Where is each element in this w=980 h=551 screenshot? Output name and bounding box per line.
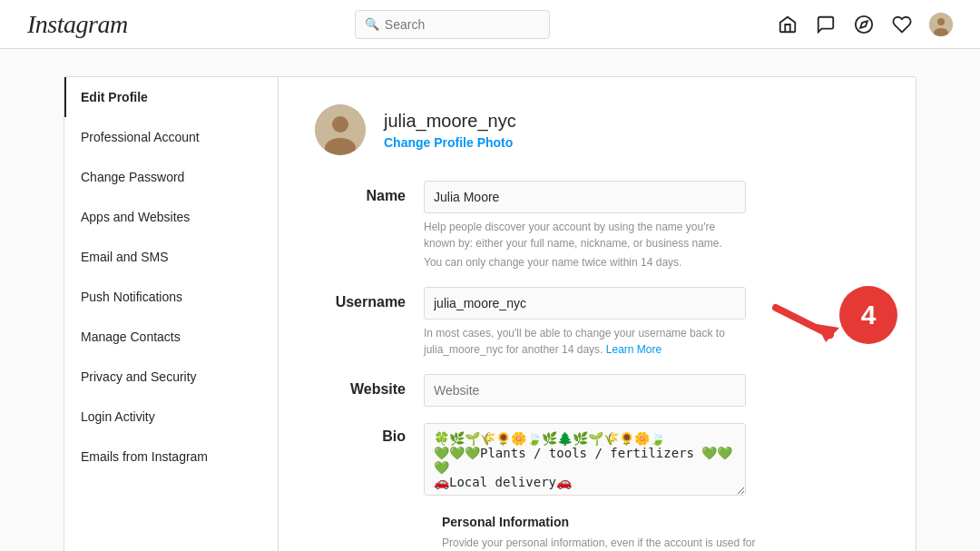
username-hint: In most cases, you'll be able to change …	[424, 325, 746, 358]
search-bar[interactable]: 🔍	[355, 10, 550, 39]
name-hint1: Help people discover your account by usi…	[424, 219, 746, 251]
profile-info: julia_moore_nyc Change Profile Photo	[384, 111, 516, 150]
username-field-wrap: In most cases, you'll be able to change …	[424, 287, 879, 358]
instagram-logo: Instagram	[27, 10, 128, 39]
bio-label: Bio	[315, 423, 424, 445]
search-input[interactable]	[385, 17, 540, 32]
name-field-wrap: Help people discover your account by usi…	[424, 181, 879, 271]
profile-header: julia_moore_nyc Change Profile Photo	[315, 104, 879, 155]
profile-username: julia_moore_nyc	[384, 111, 516, 132]
personal-info-title: Personal Information	[442, 515, 764, 529]
change-photo-link[interactable]: Change Profile Photo	[384, 135, 516, 150]
username-label: Username	[315, 287, 424, 310]
personal-info-desc: Provide your personal information, even …	[442, 535, 764, 551]
compass-icon[interactable]	[853, 14, 875, 35]
sidebar-item-apps-and-websites[interactable]: Apps and Websites	[64, 197, 278, 237]
svg-point-6	[332, 116, 348, 133]
name-field-row: Name Help people discover your account b…	[315, 181, 879, 271]
header: Instagram 🔍	[0, 0, 980, 49]
svg-point-3	[937, 18, 945, 25]
sidebar-item-privacy-and-security[interactable]: Privacy and Security	[64, 357, 278, 397]
personal-info-section: Personal Information Provide your person…	[442, 515, 764, 551]
sidebar-item-change-password[interactable]: Change Password	[64, 157, 278, 197]
svg-marker-1	[860, 21, 867, 28]
search-icon: 🔍	[365, 17, 379, 31]
settings-content: julia_moore_nyc Change Profile Photo Nam…	[279, 77, 916, 551]
bio-field-row: Bio 🍀🌿🌱🌾🌻🌼🍃🌿🌲🌿🌱🌾🌻🌼🍃 💚💚💚Plants / tools / …	[315, 423, 879, 498]
settings-sidebar: Edit Profile Professional Account Change…	[64, 77, 279, 551]
website-field-wrap	[424, 374, 879, 407]
sidebar-item-edit-profile[interactable]: Edit Profile	[64, 77, 278, 117]
sidebar-item-email-and-sms[interactable]: Email and SMS	[64, 237, 278, 277]
website-field-row: Website	[315, 374, 879, 407]
website-input[interactable]	[424, 374, 746, 407]
user-avatar[interactable]	[929, 13, 953, 36]
sidebar-item-emails-from-instagram[interactable]: Emails from Instagram	[64, 437, 278, 477]
sidebar-item-login-activity[interactable]: Login Activity	[64, 397, 278, 437]
bio-field-wrap: 🍀🌿🌱🌾🌻🌼🍃🌿🌲🌿🌱🌾🌻🌼🍃 💚💚💚Plants / tools / fert…	[424, 423, 879, 498]
website-label: Website	[315, 374, 424, 398]
sidebar-item-push-notifications[interactable]: Push Notifications	[64, 277, 278, 317]
sidebar-item-manage-contacts[interactable]: Manage Contacts	[64, 317, 278, 357]
learn-more-link[interactable]: Learn More	[606, 343, 662, 356]
main-container: Edit Profile Professional Account Change…	[0, 49, 980, 551]
name-hint2: You can only change your name twice with…	[424, 254, 746, 271]
username-input[interactable]	[424, 287, 746, 320]
sidebar-item-professional-account[interactable]: Professional Account	[64, 117, 278, 157]
profile-avatar[interactable]	[315, 104, 366, 155]
settings-wrapper: Edit Profile Professional Account Change…	[64, 76, 916, 551]
bio-textarea[interactable]: 🍀🌿🌱🌾🌻🌼🍃🌿🌲🌿🌱🌾🌻🌼🍃 💚💚💚Plants / tools / fert…	[424, 423, 746, 496]
heart-icon[interactable]	[891, 14, 913, 35]
home-icon[interactable]	[777, 14, 799, 35]
username-field-row: Username In most cases, you'll be able t…	[315, 287, 879, 358]
name-label: Name	[315, 181, 424, 204]
messenger-icon[interactable]	[815, 14, 837, 35]
svg-point-0	[856, 15, 872, 32]
header-nav-icons	[777, 13, 953, 36]
name-input[interactable]	[424, 181, 746, 213]
